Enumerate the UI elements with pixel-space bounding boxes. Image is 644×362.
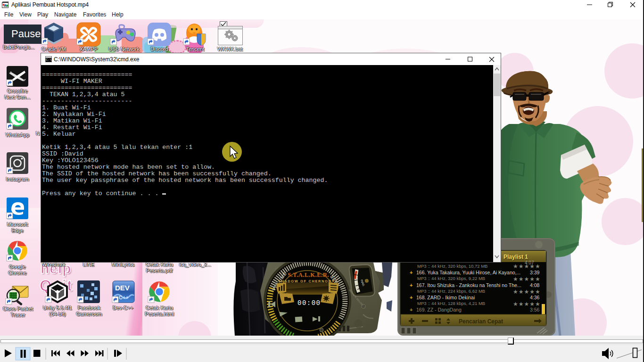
- svg-text:+: +: [410, 307, 413, 313]
- svg-text:4:36: 4:36: [530, 295, 540, 300]
- svg-text:00:00: 00:00: [297, 299, 321, 307]
- svg-text:S.T.A.L.K.E.R.: S.T.A.L.K.E.R.: [288, 272, 329, 278]
- svg-text:+: +: [410, 282, 413, 288]
- svg-text:MP3 :: 44 kHz, 128 kbps, 4,21: MP3 :: 44 kHz, 128 kbps, 4,21 MB: [417, 301, 485, 306]
- svg-text:167. Itou Shizuka - Zankoku na: 167. Itou Shizuka - Zankoku na Tenshi no…: [416, 282, 521, 288]
- svg-text:MP3 :: 44 kHz, 224 kbps, 6,62: MP3 :: 44 kHz, 224 kbps, 6,62 MB: [417, 288, 485, 294]
- svg-text:+: +: [410, 270, 413, 275]
- svg-text:★★★★★: ★★★★★: [513, 263, 541, 270]
- svg-text:C:\: C:\: [46, 58, 52, 62]
- svg-text:168. ZARD - Ikimo Dekinai: 168. ZARD - Ikimo Dekinai: [416, 295, 475, 300]
- svg-text:Pencarian Cepat: Pencarian Cepat: [459, 318, 503, 325]
- svg-text:Playlist 1: Playlist 1: [504, 254, 528, 260]
- svg-text:+: +: [410, 295, 413, 300]
- svg-text:166. Yuka Takakura, Yuuki Hiro: 166. Yuka Takakura, Yuuki Hirose, Ai Kay…: [416, 270, 520, 275]
- svg-text:MP3 :: 44 kHz, 320 kbps, 10,72: MP3 :: 44 kHz, 320 kbps, 10,72 MB: [417, 263, 487, 269]
- svg-text:MP3 :: 44 kHz, 320 kbps, 9,22: MP3 :: 44 kHz, 320 kbps, 9,22 MB: [417, 276, 485, 281]
- svg-text:3:39: 3:39: [530, 270, 540, 275]
- svg-text:★★★★★: ★★★★★: [513, 276, 541, 282]
- svg-text:169. ZZ - DangDang: 169. ZZ - DangDang: [416, 307, 462, 313]
- svg-text:★★★★★: ★★★★★: [513, 288, 541, 295]
- svg-text:4:08: 4:08: [530, 282, 540, 288]
- svg-text:★★★★★: ★★★★★: [513, 301, 541, 307]
- svg-text:321: 321: [3, 5, 8, 8]
